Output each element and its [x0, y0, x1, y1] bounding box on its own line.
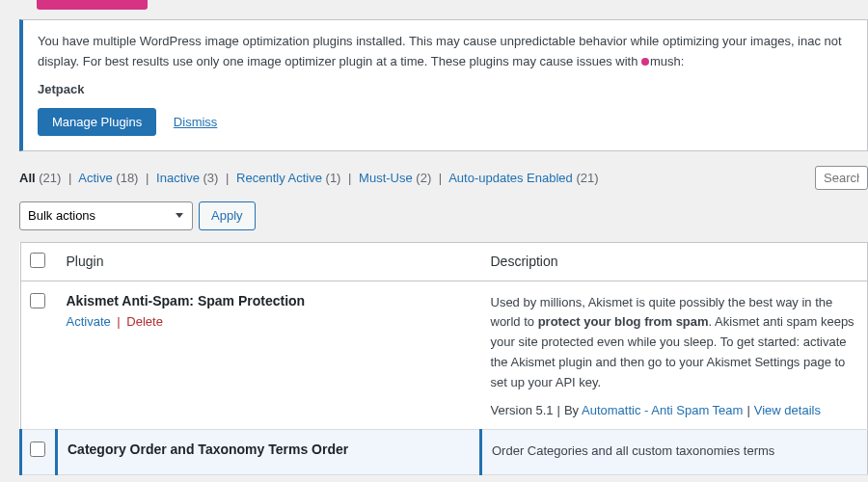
apply-button[interactable]: Apply	[199, 201, 256, 230]
sep: |	[435, 171, 446, 185]
filter-all-count: (21)	[39, 171, 61, 185]
delete-link[interactable]: Delete	[126, 314, 163, 329]
table-row: Akismet Anti-Spam: Spam Protection Activ…	[21, 281, 868, 429]
plugin-description: Used by millions, Akismet is quite possi…	[491, 293, 858, 393]
col-description[interactable]: Description	[481, 242, 868, 281]
version: Version 5.1	[491, 403, 554, 417]
plugins-table: Plugin Description Akismet Anti-Spam: Sp…	[19, 242, 868, 475]
filter-inactive[interactable]: Inactive	[156, 171, 200, 185]
plugin-meta: Version 5.1|By Automattic - Anti Spam Te…	[491, 403, 858, 417]
author-link[interactable]: Automattic - Anti Spam Team	[582, 403, 743, 417]
row-checkbox[interactable]	[30, 293, 45, 308]
activate-link[interactable]: Activate	[67, 314, 111, 329]
manage-plugins-button[interactable]: Manage Plugins	[38, 108, 156, 136]
filter-recent[interactable]: Recently Active	[236, 171, 322, 185]
row-checkbox[interactable]	[30, 442, 45, 457]
sep: |	[554, 403, 564, 417]
bulk-actions-select[interactable]: Bulk actions	[19, 201, 193, 230]
filter-mustuse-count: (2)	[416, 171, 431, 185]
desc-strong: protect your blog from spam	[538, 314, 709, 329]
notice-smush: mush:	[650, 54, 684, 68]
view-details-link[interactable]: View details	[754, 403, 821, 417]
smush-icon	[641, 58, 649, 66]
filter-auto[interactable]: Auto-updates Enabled	[448, 171, 573, 185]
table-row: Category Order and Taxonomy Terms Order …	[21, 429, 868, 474]
plugin-title: Category Order and Taxonomy Terms Order	[68, 442, 470, 457]
plugin-description: Order Categories and all custom taxonomi…	[492, 442, 857, 462]
filter-active-count: (18)	[116, 171, 138, 185]
sep: |	[344, 171, 355, 185]
pink-accent-bar	[37, 0, 148, 10]
bulk-actions-row: Bulk actions Apply	[19, 201, 868, 230]
select-all-checkbox[interactable]	[30, 253, 45, 268]
filter-inactive-count: (3)	[203, 171, 219, 185]
search-input[interactable]	[815, 166, 868, 190]
filter-all[interactable]: All	[19, 171, 36, 185]
sep: |	[111, 314, 127, 329]
sep: |	[743, 403, 753, 417]
filter-auto-count: (21)	[576, 171, 598, 185]
status-filters: All (21) | Active (18) | Inactive (3) | …	[19, 171, 599, 185]
notice-line1: You have multiple WordPress image optimi…	[38, 34, 821, 48]
select-all-header	[21, 242, 57, 281]
row-actions: Activate | Delete	[67, 314, 472, 329]
by-label: By	[564, 403, 582, 417]
notice-brand: Jetpack	[38, 82, 853, 96]
sep: |	[65, 171, 75, 185]
dismiss-link[interactable]: Dismiss	[174, 115, 218, 129]
filter-row: All (21) | Active (18) | Inactive (3) | …	[19, 166, 868, 190]
sep: |	[222, 171, 232, 185]
plugin-title: Akismet Anti-Spam: Spam Protection	[67, 293, 472, 308]
filter-mustuse[interactable]: Must-Use	[359, 171, 413, 185]
filter-active[interactable]: Active	[78, 171, 112, 185]
conflict-notice: You have multiple WordPress image optimi…	[19, 19, 868, 151]
sep: |	[142, 171, 152, 185]
col-plugin[interactable]: Plugin	[57, 242, 481, 281]
notice-text: You have multiple WordPress image optimi…	[38, 32, 853, 72]
filter-recent-count: (1)	[326, 171, 341, 185]
